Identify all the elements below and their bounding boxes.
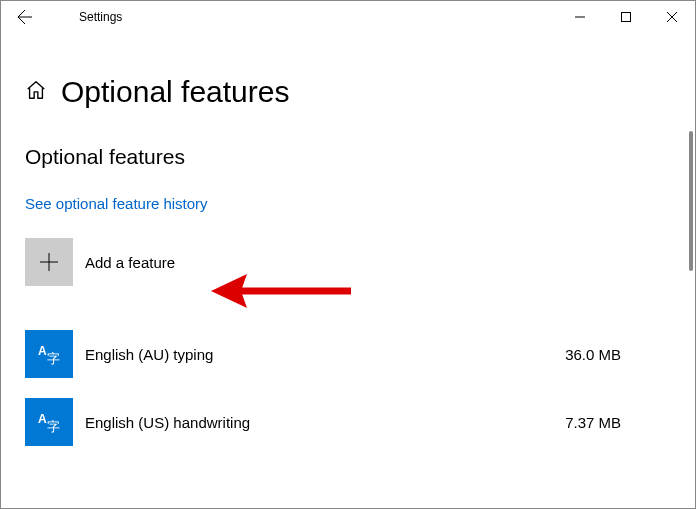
svg-text:字: 字 [47, 419, 60, 434]
minimize-button[interactable] [557, 1, 603, 33]
page-heading-row: Optional features [25, 75, 671, 109]
home-icon[interactable] [25, 79, 47, 105]
svg-rect-1 [622, 13, 631, 22]
close-icon [667, 12, 677, 22]
add-feature-label: Add a feature [85, 254, 175, 271]
minimize-icon [575, 12, 585, 22]
feature-size: 7.37 MB [565, 414, 621, 431]
section-subheading: Optional features [25, 145, 671, 169]
add-feature-button[interactable]: Add a feature [25, 238, 671, 286]
close-button[interactable] [649, 1, 695, 33]
plus-icon [25, 238, 73, 286]
svg-text:字: 字 [47, 351, 60, 366]
feature-name: English (AU) typing [85, 346, 565, 363]
scrollbar[interactable] [689, 131, 693, 271]
back-button[interactable] [1, 1, 49, 33]
svg-text:A: A [38, 344, 47, 358]
feature-size: 36.0 MB [565, 346, 621, 363]
language-icon: A字 [25, 330, 73, 378]
svg-text:A: A [38, 412, 47, 426]
feature-item[interactable]: A字 English (US) handwriting 7.37 MB [25, 394, 671, 450]
maximize-button[interactable] [603, 1, 649, 33]
feature-history-link[interactable]: See optional feature history [25, 195, 208, 212]
feature-item[interactable]: A字 English (AU) typing 36.0 MB [25, 326, 671, 382]
back-arrow-icon [17, 9, 33, 25]
page-title: Optional features [61, 75, 289, 109]
language-icon: A字 [25, 398, 73, 446]
titlebar: Settings [1, 1, 695, 33]
maximize-icon [621, 12, 631, 22]
feature-name: English (US) handwriting [85, 414, 565, 431]
window-title: Settings [49, 10, 122, 24]
